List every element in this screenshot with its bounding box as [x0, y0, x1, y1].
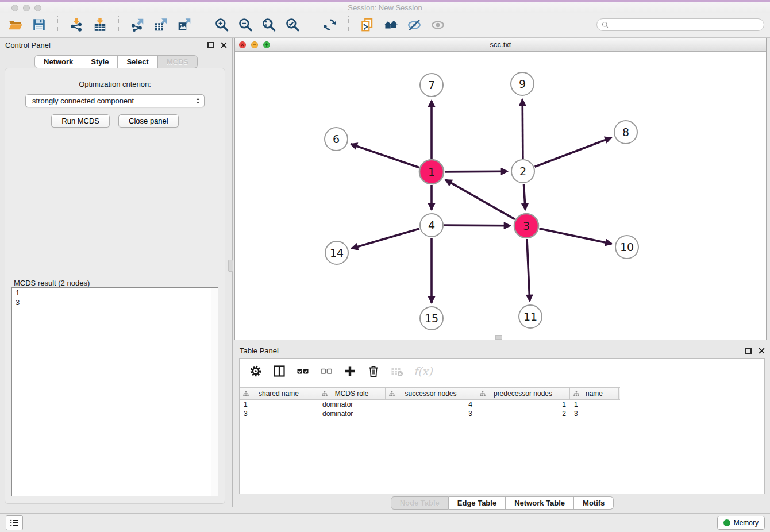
edge-4-14[interactable] — [352, 229, 419, 248]
table-row[interactable]: 3dominator323 — [240, 409, 620, 418]
export-image-button[interactable] — [175, 15, 194, 34]
table-row[interactable]: 1dominator411 — [240, 400, 620, 409]
float-table-panel-icon[interactable] — [745, 348, 752, 354]
search-input[interactable] — [611, 21, 760, 29]
edge-2-9[interactable] — [522, 99, 523, 159]
first-neighbors-button[interactable] — [381, 15, 401, 34]
function-builder-button[interactable]: f(x) — [413, 364, 433, 379]
node-1[interactable]: 1 — [419, 160, 444, 184]
column-header-mcds-role[interactable]: MCDS role — [318, 388, 386, 399]
node-11[interactable]: 11 — [519, 305, 542, 328]
tab-network[interactable]: Network — [34, 55, 82, 68]
table-tab-network-table[interactable]: Network Table — [506, 496, 574, 510]
edge-1-2[interactable] — [445, 171, 507, 172]
node-3[interactable]: 3 — [514, 214, 538, 238]
tab-mcds[interactable]: MCDS — [158, 55, 198, 68]
table-cell[interactable]: dominator — [318, 400, 386, 408]
column-header-predecessor-nodes[interactable]: predecessor nodes — [476, 388, 570, 399]
node-15[interactable]: 15 — [420, 307, 443, 330]
import-network-button[interactable] — [67, 15, 86, 34]
column-header-name[interactable]: name — [570, 388, 619, 399]
table-cell[interactable]: 3 — [570, 410, 619, 418]
export-network-button[interactable] — [128, 15, 147, 34]
run-mcds-button[interactable]: Run MCDS — [51, 114, 110, 128]
table-tab-node-table[interactable]: Node Table — [391, 496, 449, 510]
result-scrollbar[interactable] — [211, 288, 218, 496]
close-panel-button[interactable]: Close panel — [118, 114, 179, 128]
table-tab-edge-table[interactable]: Edge Table — [449, 496, 506, 510]
network-close-icon[interactable] — [239, 41, 246, 48]
node-6[interactable]: 6 — [325, 128, 348, 151]
show-hidden-button[interactable] — [428, 15, 448, 34]
node-10[interactable]: 10 — [615, 236, 638, 259]
mcds-result-item[interactable]: 1 — [12, 288, 218, 298]
network-minimize-icon[interactable] — [251, 41, 258, 48]
edge-3-10[interactable] — [540, 229, 612, 244]
edge-4-3[interactable] — [444, 225, 510, 226]
import-table-button[interactable] — [90, 15, 110, 34]
zoom-fit-button[interactable] — [259, 15, 279, 34]
edge-3-1[interactable] — [445, 180, 515, 219]
node-7[interactable]: 7 — [420, 74, 443, 97]
table-cell[interactable]: 4 — [386, 400, 476, 408]
table-settings-button[interactable] — [248, 364, 263, 379]
mcds-result-list[interactable]: 13 — [11, 287, 218, 496]
zoom-out-button[interactable] — [236, 15, 255, 34]
new-network-from-selection-button[interactable] — [357, 15, 377, 34]
open-session-button[interactable] — [6, 15, 25, 34]
criterion-dropdown[interactable]: strongly connected component — [25, 94, 205, 107]
column-header-shared-name[interactable]: shared name — [240, 388, 318, 399]
node-9[interactable]: 9 — [511, 72, 534, 95]
panel-splitter-grip[interactable] — [228, 260, 233, 272]
zoom-selected-button[interactable] — [283, 15, 302, 34]
node-8[interactable]: 8 — [614, 121, 637, 144]
export-table-icon — [153, 17, 168, 32]
tab-style[interactable]: Style — [82, 55, 118, 68]
tab-select[interactable]: Select — [118, 55, 157, 68]
table-cell[interactable]: 2 — [476, 410, 570, 418]
network-canvas[interactable]: 7968124314101511 — [235, 52, 766, 340]
search-box[interactable] — [596, 18, 764, 31]
export-table-button[interactable] — [151, 15, 171, 34]
column-header-successor-nodes[interactable]: successor nodes — [386, 388, 476, 399]
select-all-rows-button[interactable] — [295, 364, 310, 379]
edge-1-6[interactable] — [351, 144, 419, 168]
hide-selected-button[interactable] — [405, 15, 424, 34]
network-window-titlebar[interactable]: scc.txt — [235, 38, 766, 52]
apply-layout-button[interactable] — [320, 15, 340, 34]
memory-button[interactable]: Memory — [717, 516, 765, 530]
column-header-label: shared name — [259, 390, 299, 398]
delete-table-button[interactable] — [390, 364, 405, 379]
edge-2-8[interactable] — [535, 138, 611, 167]
save-session-button[interactable] — [29, 15, 49, 34]
close-panel-icon[interactable] — [220, 41, 228, 49]
delete-column-button[interactable] — [366, 364, 381, 379]
node-2[interactable]: 2 — [511, 160, 534, 183]
column-layout-button[interactable] — [272, 364, 287, 379]
mcds-result-group: MCDS result (2 nodes) 13 — [9, 283, 221, 499]
edge-3-11[interactable] — [527, 239, 530, 301]
zoom-out-icon — [238, 17, 253, 32]
svg-text:4: 4 — [428, 219, 435, 232]
mcds-result-item[interactable]: 3 — [12, 298, 218, 307]
delete-table-icon — [390, 364, 404, 378]
mcds-panel: Optimization criterion: strongly connect… — [5, 68, 225, 504]
node-4[interactable]: 4 — [420, 214, 443, 237]
canvas-splitter-grip[interactable] — [495, 335, 502, 340]
network-maximize-icon[interactable] — [263, 41, 270, 48]
add-column-button[interactable] — [342, 364, 357, 379]
table-cell[interactable]: 1 — [570, 400, 619, 408]
table-cell[interactable]: dominator — [318, 410, 386, 418]
task-history-button[interactable] — [6, 515, 23, 530]
table-cell[interactable]: 3 — [240, 410, 318, 418]
node-14[interactable]: 14 — [325, 241, 348, 264]
edge-2-3[interactable] — [523, 184, 525, 210]
float-panel-icon[interactable] — [207, 42, 214, 48]
table-tab-motifs[interactable]: Motifs — [574, 496, 614, 510]
zoom-in-button[interactable] — [212, 15, 232, 34]
table-cell[interactable]: 1 — [476, 400, 570, 408]
table-cell[interactable]: 1 — [240, 400, 318, 408]
close-table-panel-icon[interactable] — [758, 347, 765, 354]
table-cell[interactable]: 3 — [386, 410, 476, 418]
deselect-all-rows-button[interactable] — [319, 364, 334, 379]
